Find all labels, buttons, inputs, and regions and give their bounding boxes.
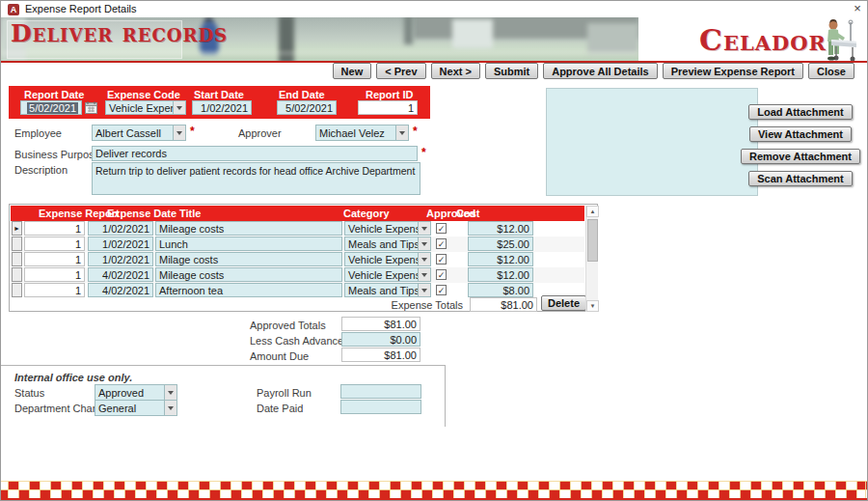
cell-expense-date[interactable]: 1/02/2021: [88, 252, 153, 266]
prev-button[interactable]: < Prev: [376, 63, 425, 79]
less-cash-advance-field[interactable]: $0.00: [341, 332, 420, 347]
approved-checkbox[interactable]: ✓: [436, 269, 447, 280]
business-purpose-field[interactable]: Deliver records: [92, 146, 418, 161]
end-date-label: End Date: [279, 89, 325, 100]
amount-due-field: $81.00: [341, 348, 420, 362]
expense-code-dropdown[interactable]: Vehicle Expenses: [105, 100, 186, 115]
attachment-preview-box[interactable]: [546, 88, 758, 196]
dropdown-arrow-icon[interactable]: [418, 284, 430, 296]
record-selector[interactable]: [12, 283, 22, 297]
business-purpose-value: Deliver records: [95, 148, 167, 159]
employee-dropdown[interactable]: Albert Cassell: [92, 125, 186, 141]
dropdown-arrow-icon[interactable]: [173, 125, 185, 140]
date-paid-field[interactable]: [340, 400, 421, 414]
date-picker-icon[interactable]: [85, 101, 97, 114]
cell-expense-report[interactable]: 1: [24, 283, 85, 297]
cell-category-dropdown[interactable]: Vehicle Expenses: [344, 221, 431, 236]
remove-attachment-button[interactable]: Remove Attachment: [741, 149, 860, 164]
start-date-field[interactable]: 1/02/2021: [192, 100, 252, 115]
record-selector[interactable]: ►: [12, 221, 22, 236]
cell-category-dropdown[interactable]: Vehicle Expenses: [344, 267, 431, 282]
cell-expense-report[interactable]: 1: [24, 267, 85, 282]
employee-label: Employee: [14, 127, 62, 139]
cell-expense-report[interactable]: 1: [24, 237, 85, 251]
business-purpose-required-marker: *: [421, 146, 426, 159]
payroll-run-field[interactable]: [340, 384, 421, 399]
cell-category-dropdown[interactable]: Meals and Tips: [344, 237, 431, 251]
cell-cost[interactable]: $12.00: [468, 252, 533, 266]
load-attachment-button[interactable]: Load Attachment: [748, 104, 852, 120]
end-date-field[interactable]: 5/02/2021: [277, 100, 337, 115]
scroll-down-icon[interactable]: ▼: [586, 300, 599, 312]
cell-cost[interactable]: $12.00: [468, 267, 533, 282]
dropdown-arrow-icon[interactable]: [418, 253, 430, 265]
submit-button[interactable]: Submit: [485, 63, 538, 79]
next-button[interactable]: Next >: [431, 63, 480, 79]
record-selector[interactable]: [12, 267, 22, 282]
cell-expense-date[interactable]: 4/02/2021: [88, 267, 153, 282]
cell-expense-report[interactable]: 1: [24, 252, 85, 266]
start-date-value: 1/02/2021: [201, 102, 248, 114]
cell-title[interactable]: Lunch: [155, 237, 342, 251]
approve-all-details-button[interactable]: Approve All Details: [543, 63, 657, 79]
description-value: Return trip to deliver patient records f…: [95, 165, 415, 177]
approved-checkbox[interactable]: ✓: [436, 223, 447, 234]
record-selector[interactable]: [12, 237, 22, 251]
brand-logo-text: Celador: [699, 23, 820, 57]
cell-title[interactable]: Afternoon tea: [155, 283, 342, 297]
cell-category-dropdown[interactable]: Meals and Tips: [344, 283, 431, 297]
preview-expense-report-button[interactable]: Preview Expense Report: [663, 63, 803, 79]
status-dropdown[interactable]: Approved: [95, 384, 177, 401]
table-row[interactable]: ► 1 1/02/2021 Mileage costs Vehicle Expe…: [11, 221, 584, 237]
approved-checkbox[interactable]: ✓: [436, 238, 447, 249]
view-attachment-button[interactable]: View Attachment: [749, 126, 852, 142]
report-date-field[interactable]: 5/02/2021: [20, 100, 82, 115]
new-button[interactable]: New: [333, 63, 372, 79]
approved-checkbox[interactable]: ✓: [436, 285, 447, 295]
window-close-icon[interactable]: ×: [848, 1, 867, 16]
cell-category-dropdown[interactable]: Vehicle Expenses: [344, 252, 431, 266]
department-charged-dropdown[interactable]: General: [95, 400, 177, 416]
department-charged-value: General: [98, 403, 136, 414]
scrollbar-thumb[interactable]: [587, 219, 598, 262]
approved-checkbox[interactable]: ✓: [436, 254, 447, 264]
dropdown-arrow-icon[interactable]: [418, 237, 430, 250]
cell-expense-report[interactable]: 1: [24, 221, 85, 236]
cell-expense-date[interactable]: 4/02/2021: [88, 283, 153, 297]
dropdown-arrow-icon[interactable]: [418, 222, 430, 235]
dropdown-arrow-icon[interactable]: [173, 101, 185, 114]
table-row[interactable]: 1 4/02/2021 Mileage costs Vehicle Expens…: [11, 267, 584, 283]
cell-title[interactable]: Mileage costs: [155, 221, 342, 236]
less-cash-advance-value: $0.00: [390, 334, 417, 346]
grid-header-row: Expense Report Expense Date Title Catego…: [11, 206, 584, 221]
description-field[interactable]: Return trip to deliver patient records f…: [92, 162, 420, 195]
dropdown-arrow-icon[interactable]: [164, 385, 176, 400]
cell-title[interactable]: Milage costs: [155, 252, 342, 266]
dropdown-arrow-icon[interactable]: [395, 125, 408, 140]
dropdown-arrow-icon[interactable]: [164, 401, 176, 415]
delete-button[interactable]: Delete: [541, 295, 586, 311]
cell-cost[interactable]: $12.00: [468, 221, 533, 236]
record-selector[interactable]: [12, 252, 22, 266]
close-button[interactable]: Close: [808, 63, 854, 79]
cell-cost[interactable]: $25.00: [468, 237, 533, 251]
cell-expense-date[interactable]: 1/02/2021: [88, 221, 153, 236]
cell-expense-date[interactable]: 1/02/2021: [88, 237, 153, 251]
amount-due-value: $81.00: [384, 349, 417, 361]
table-row[interactable]: 1 1/02/2021 Milage costs Vehicle Expense…: [11, 252, 584, 267]
table-row[interactable]: 1 4/02/2021 Afternoon tea Meals and Tips…: [11, 283, 584, 298]
title-bar: A Expense Report Details ×: [1, 1, 867, 17]
access-app-icon: A: [8, 4, 19, 15]
expense-totals-field: $81.00: [470, 297, 537, 312]
cell-title[interactable]: Mileage costs: [155, 267, 342, 282]
table-row[interactable]: 1 1/02/2021 Lunch Meals and Tips ✓ $25.0…: [11, 237, 584, 252]
approver-dropdown[interactable]: Michael Velez: [315, 125, 409, 141]
grid-scrollbar[interactable]: ▲ ▼: [585, 206, 598, 312]
banner-title: Deliver records: [11, 19, 228, 47]
scan-attachment-button[interactable]: Scan Attachment: [748, 171, 852, 186]
report-id-field[interactable]: 1: [358, 100, 418, 115]
report-id-label: Report ID: [366, 89, 414, 100]
scroll-up-icon[interactable]: ▲: [586, 206, 599, 217]
dropdown-arrow-icon[interactable]: [418, 268, 430, 281]
cell-cost[interactable]: $8.00: [468, 283, 533, 297]
